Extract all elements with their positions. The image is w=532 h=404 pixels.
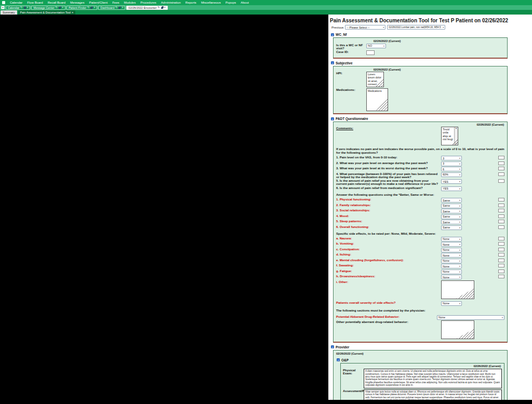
resize-handle[interactable] [376, 98, 388, 110]
bsw-q4-score-box[interactable] [498, 214, 504, 218]
subjective-checkbox[interactable]: ✓ [331, 61, 334, 64]
se-f-select[interactable]: None▾ [441, 264, 462, 268]
scroll-up-icon[interactable]: ▲ [455, 127, 457, 129]
tab-patient-finder[interactable]: Patient Finder ↻ × [66, 6, 97, 10]
hpi-textarea[interactable]: Lorem ipsum dolor sit amet, consect [366, 72, 384, 87]
bsw-q6-select[interactable]: Same▾ [441, 225, 462, 230]
bsw-q1-score-box[interactable] [498, 198, 504, 201]
se-c-score-box[interactable] [498, 248, 504, 251]
wc-visit-select[interactable]: NO▾ [366, 44, 386, 48]
select-value: -- Please Select -- [347, 26, 369, 29]
refresh-icon[interactable]: ↻ [56, 6, 58, 9]
tab-calendar[interactable]: Calendar ↻ × [6, 6, 30, 10]
se-other-textarea[interactable] [441, 280, 474, 299]
encounter-select[interactable]: 02/26/2022 Lumbar pain, non rad(M54.16, … [387, 25, 445, 30]
vas-q5-select[interactable]: YES▾ [441, 179, 462, 184]
tab-encounter[interactable]: 02/26/2022 Encounter ↻ × [126, 6, 167, 10]
se-g-select[interactable]: None▾ [441, 270, 462, 274]
close-icon[interactable]: × [27, 6, 29, 9]
vas-q4-select[interactable]: 60%▾ [441, 172, 462, 177]
menu-recall-board[interactable]: Recall Board [48, 0, 65, 5]
bsw-q1-select[interactable]: Same▾ [441, 198, 462, 203]
se-g-score-box[interactable] [498, 270, 504, 273]
menu-fees[interactable]: Fees [112, 0, 119, 5]
date-header: 02/26/2022 (Current) [366, 68, 408, 71]
menu-administration[interactable]: Administration [161, 0, 181, 5]
se-h-score-box[interactable] [498, 275, 504, 278]
bsw-q4-select[interactable]: Same▾ [441, 214, 462, 219]
vas-q2-score-box[interactable] [498, 161, 504, 165]
menu-calendar[interactable]: Calendar [10, 0, 22, 5]
se-d-select[interactable]: None▾ [441, 253, 462, 258]
vas-q4-score-box[interactable] [498, 172, 504, 176]
bsw-q2-score-box[interactable] [498, 204, 504, 207]
wc-nf-checkbox[interactable]: ✓ [331, 33, 334, 36]
vas-q1-select[interactable]: 3▾ [441, 156, 462, 160]
menu-messages[interactable]: Messages [70, 0, 84, 5]
menu-popups[interactable]: Popups [225, 0, 236, 5]
vas-q3-select[interactable]: 6▾ [441, 167, 462, 171]
select-value: Same [443, 199, 450, 202]
tab-menu-button[interactable]: ▼ [1, 6, 5, 9]
hpi-label: HPI: [336, 72, 366, 75]
textarea-text: A diam maecenas sed enim ut sem viverra.… [365, 370, 500, 386]
menu-procedures[interactable]: Procedures [140, 0, 156, 5]
comments-textarea[interactable]: Tincid untla aliqu at nisl feugi ▲▼ [441, 127, 458, 145]
provider-checkbox[interactable]: ✓ [331, 345, 334, 348]
se-a-select[interactable]: None▾ [441, 237, 462, 241]
se-e-score-box[interactable] [498, 259, 504, 262]
aberrant-behavior-select[interactable]: None▾ [437, 315, 504, 320]
bsw-q2-select[interactable]: Same▾ [441, 204, 462, 208]
previous-select[interactable]: -- Please Select --▾ [345, 25, 385, 30]
oap-checkbox[interactable]: ✓ [337, 358, 340, 361]
tab-dashboard[interactable]: Dashboard ↻ × [98, 6, 125, 10]
severity-select[interactable]: None▾ [441, 301, 462, 306]
se-f-score-box[interactable] [498, 264, 504, 267]
menu-flow-board[interactable]: Flow Board [27, 0, 43, 5]
se-e-select[interactable]: None▾ [441, 259, 462, 263]
bsw-q5-select[interactable]: Same▾ [441, 220, 462, 224]
refresh-icon[interactable]: ↻ [20, 6, 22, 9]
physical-exam-textarea[interactable]: A diam maecenas sed enim ut sem viverra.… [364, 369, 502, 388]
close-icon[interactable]: × [122, 6, 123, 9]
menu-patient-client[interactable]: Patient/Client [89, 0, 108, 5]
resize-handle[interactable] [456, 329, 474, 339]
se-h-select[interactable]: None▾ [441, 275, 462, 279]
close-icon[interactable]: × [62, 6, 63, 9]
bsw-q3-select[interactable]: Same▾ [441, 209, 462, 213]
se-d-score-box[interactable] [498, 253, 504, 257]
assessment-plan-textarea[interactable]: Vitae semper quis lectus nulla at volutp… [364, 389, 502, 400]
resize-handle[interactable] [456, 289, 474, 299]
subtab-summary[interactable]: Summary [1, 10, 17, 15]
vas-q1-score-box[interactable] [498, 156, 504, 159]
vas-q3-score-box[interactable] [498, 167, 504, 170]
refresh-icon[interactable]: ↻ [115, 6, 117, 9]
app-logo-icon [2, 1, 5, 4]
close-icon[interactable]: × [72, 11, 73, 14]
close-icon[interactable]: × [164, 6, 166, 9]
section-label: WC_Nf [336, 33, 347, 36]
menu-miscellaneous[interactable]: Miscellaneous [201, 0, 221, 5]
subtab-pain-assessment-tool[interactable]: Pain Assessment & Documentation Tool × [18, 10, 76, 15]
se-c-select[interactable]: None▾ [441, 248, 462, 252]
bsw-q3-score-box[interactable] [498, 209, 504, 212]
case-id-input[interactable] [366, 50, 375, 55]
menu-reports[interactable]: Reports [185, 0, 196, 5]
se-b-score-box[interactable] [498, 242, 504, 246]
refresh-icon[interactable]: ↻ [158, 6, 160, 9]
vas-q5-score-box[interactable] [498, 179, 504, 183]
bsw-q6-score-box[interactable] [498, 225, 504, 229]
padt-checkbox[interactable]: ✓ [331, 117, 334, 120]
close-icon[interactable]: × [94, 6, 95, 9]
refresh-icon[interactable]: ↻ [87, 6, 89, 9]
other-aberrant-textarea[interactable] [441, 320, 474, 339]
tab-message-center[interactable]: Message Center ↻ × [31, 6, 65, 10]
se-b-select[interactable]: None▾ [441, 242, 462, 247]
medications-textarea[interactable]: Medications [366, 88, 388, 111]
menu-modules[interactable]: Modules [124, 0, 136, 5]
vas-q6-select[interactable]: YES▾ [441, 186, 462, 191]
se-a-score-box[interactable] [498, 237, 504, 240]
menu-about[interactable]: About [241, 0, 249, 5]
bsw-q5-score-box[interactable] [498, 220, 504, 223]
vas-q2-select[interactable]: 3▾ [441, 161, 462, 166]
